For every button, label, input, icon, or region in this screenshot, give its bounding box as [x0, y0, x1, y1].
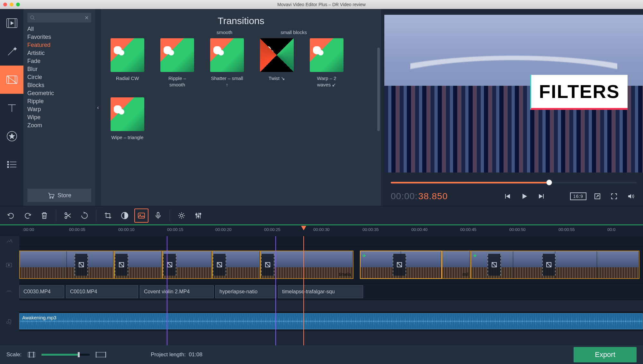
record-audio-button[interactable] [151, 209, 165, 223]
volume-button[interactable] [625, 191, 637, 202]
category-item[interactable]: Blur [27, 65, 91, 73]
audio-clip-label: Awakening.mp3 [22, 315, 56, 320]
panel-scrollbar[interactable] [377, 48, 380, 131]
preview-seek-slider[interactable] [384, 178, 643, 187]
audio-track-icon [6, 318, 12, 324]
category-item[interactable]: Circle [27, 73, 91, 81]
category-item[interactable]: Geometric [27, 89, 91, 97]
equalizer-button[interactable] [191, 209, 205, 223]
transition-handle[interactable] [163, 254, 176, 275]
category-item[interactable]: Wipe [27, 113, 91, 121]
playhead-marker[interactable] [301, 226, 306, 230]
film-icon [5, 17, 18, 30]
next-frame-button[interactable] [535, 191, 547, 202]
sidebar-item-filters[interactable] [0, 37, 23, 66]
transition-handle[interactable] [75, 254, 88, 275]
delete-button[interactable] [37, 209, 51, 223]
audio-clip[interactable]: Awakening.mp3 [19, 313, 643, 329]
highlight-button[interactable] [134, 209, 148, 223]
thumbnail-image [160, 38, 194, 72]
export-button[interactable]: Export [574, 347, 637, 362]
minimize-window-button[interactable] [10, 3, 13, 6]
store-button[interactable]: Store [27, 189, 91, 202]
transition-handle[interactable] [261, 254, 274, 275]
seek-thumb[interactable] [546, 180, 552, 185]
timeline-marker[interactable] [167, 236, 167, 345]
transition-thumbnail[interactable]: Shatter – small ↑ [210, 38, 244, 88]
transition-thumbnail[interactable]: Twist ↘ [260, 38, 294, 88]
linked-audio-clip[interactable]: timelapse-trafalgar-squ [278, 285, 363, 298]
linked-audio-clip[interactable]: C0030.MP4 [19, 285, 64, 298]
category-item[interactable]: Favorites [27, 33, 91, 41]
transition-handle[interactable] [487, 254, 501, 275]
timeline-marker[interactable] [275, 236, 276, 345]
clear-search-button[interactable]: ✕ [85, 15, 89, 21]
category-item[interactable]: Warp [27, 105, 91, 113]
transition-thumbnail[interactable]: Radial CW [111, 38, 144, 88]
video-clip[interactable] [114, 251, 162, 279]
transition-handle[interactable] [213, 254, 226, 275]
linked-audio-clip[interactable]: Covent violin 2.MP4 [140, 285, 214, 298]
search-icon [30, 15, 35, 20]
fullscreen-button[interactable] [608, 191, 620, 202]
play-button[interactable] [519, 191, 530, 202]
clip-properties-button[interactable] [174, 209, 189, 223]
zoom-slider[interactable] [41, 354, 90, 356]
linked-audio-track[interactable]: C0030.MP4C0010.MP4Covent violin 2.MP4hyp… [19, 283, 643, 300]
timeline-ruler[interactable]: :00:0000:00:0500:00:1000:00:1500:00:2000… [0, 225, 643, 236]
aspect-ratio-button[interactable]: 16:9 [570, 192, 586, 200]
sidebar-item-titles[interactable] [0, 94, 23, 122]
svg-marker-3 [11, 21, 14, 25]
video-clip[interactable]: timela [260, 251, 353, 279]
video-track[interactable]: timela★mil★ [19, 246, 643, 283]
crop-button[interactable] [101, 209, 115, 223]
sidebar-item-more[interactable] [0, 150, 23, 179]
ruler-tick: 00:00:45 [460, 227, 477, 232]
video-clip[interactable]: ★ [360, 251, 442, 279]
search-input[interactable]: ✕ [27, 13, 91, 22]
collapse-panel-button[interactable]: ‹ [95, 9, 101, 206]
category-item[interactable]: Fade [27, 57, 91, 65]
rotate-button[interactable] [77, 209, 92, 223]
sliders-icon [194, 211, 202, 220]
video-clip[interactable]: ★ [471, 251, 639, 279]
color-adjust-button[interactable] [118, 209, 132, 223]
transition-thumbnail[interactable]: Warp – 2 waves ↙ [310, 38, 344, 88]
transition-handle[interactable] [542, 254, 556, 275]
undo-button[interactable] [4, 209, 18, 223]
panel-title: Transitions [111, 15, 371, 26]
transition-handle[interactable] [393, 254, 406, 275]
category-item[interactable]: Artistic [27, 49, 91, 57]
sidebar-item-stickers[interactable] [0, 122, 23, 150]
zoom-out-button[interactable] [28, 352, 35, 357]
category-item[interactable]: All [27, 25, 91, 33]
sidebar-item-media[interactable] [0, 9, 23, 37]
video-clip[interactable] [162, 251, 212, 279]
video-clip[interactable] [212, 251, 260, 279]
video-clip[interactable] [19, 251, 114, 279]
preview-video[interactable]: FILTERS [384, 15, 643, 173]
transition-handle[interactable] [115, 254, 128, 275]
linked-audio-clip[interactable]: hyperlapse-natio [215, 285, 276, 298]
audio-track[interactable]: Awakening.mp3 [19, 311, 643, 331]
close-window-button[interactable] [3, 3, 7, 6]
category-item[interactable]: Featured [27, 41, 91, 49]
video-clip[interactable]: mil [442, 251, 471, 279]
transition-thumbnail[interactable]: Wipe – triangle [111, 97, 144, 141]
svg-point-13 [7, 161, 9, 163]
category-item[interactable]: Ripple [27, 97, 91, 105]
zoom-in-button[interactable] [96, 352, 106, 357]
transition-thumbnail[interactable]: Ripple – smooth [160, 38, 194, 88]
category-item[interactable]: Zoom [27, 121, 91, 129]
category-item[interactable]: Blocks [27, 81, 91, 89]
wand-icon [5, 45, 18, 58]
prev-frame-button[interactable] [502, 191, 514, 202]
maximize-window-button[interactable] [16, 3, 20, 6]
linked-audio-clip[interactable]: C0010.MP4 [66, 285, 138, 298]
redo-button[interactable] [21, 209, 35, 223]
effects-track[interactable] [19, 236, 643, 246]
detach-preview-button[interactable] [592, 191, 603, 202]
split-button[interactable] [61, 209, 75, 223]
sidebar-item-transitions[interactable] [0, 66, 23, 94]
svg-marker-26 [539, 194, 543, 199]
